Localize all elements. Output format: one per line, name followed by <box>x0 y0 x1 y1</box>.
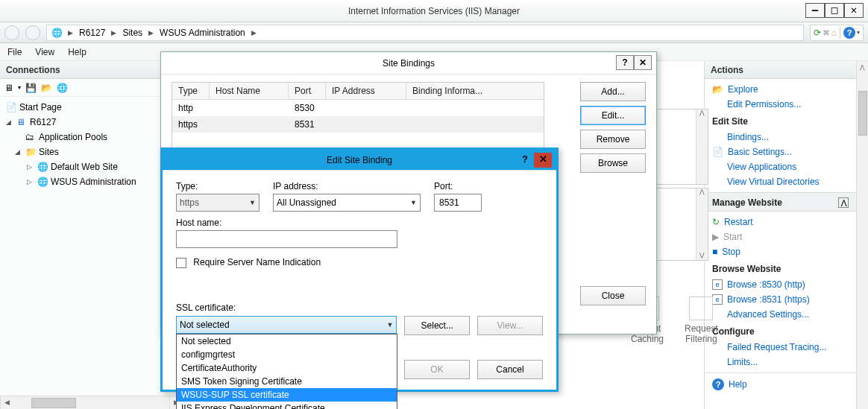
action-view-vdirs[interactable]: View Virtual Directories <box>705 174 856 189</box>
tree-server[interactable]: ◢🖥R6127 <box>4 115 178 130</box>
ssl-option[interactable]: Not selected <box>177 335 397 348</box>
port-input[interactable] <box>434 194 482 212</box>
tree-wsus-site[interactable]: ▷🌐WSUS Administration <box>4 174 178 189</box>
breadcrumb-sites[interactable]: Sites <box>122 28 142 38</box>
tree-start-page[interactable]: 📄Start Page <box>4 100 178 115</box>
host-input[interactable] <box>176 230 397 248</box>
edit-site-binding-dialog: Edit Site Binding ? ✕ Type: https▼ IP ad… <box>160 148 559 392</box>
save-icon[interactable]: 💾 <box>25 83 37 93</box>
action-view-apps[interactable]: View Applications <box>705 159 856 174</box>
breadcrumb[interactable]: 🌐 ▶ R6127 ▶ Sites ▶ WSUS Administration … <box>46 25 804 41</box>
dialog-close-button[interactable]: ✕ <box>634 55 652 70</box>
nav-back-button[interactable] <box>4 25 19 40</box>
dialog-help-button[interactable]: ? <box>516 153 534 168</box>
tree-default-site[interactable]: ▷🌐Default Web Site <box>4 159 178 174</box>
action-limits[interactable]: Limits... <box>705 355 856 370</box>
actions-header: Actions <box>705 61 856 79</box>
dialog-close-button[interactable]: ✕ <box>534 153 552 168</box>
menu-file[interactable]: File <box>7 47 22 57</box>
dialog-help-button[interactable]: ? <box>616 55 634 70</box>
section-browse-website: Browse Website <box>705 259 856 277</box>
home-icon[interactable]: ⌂ <box>831 28 837 38</box>
minimize-button[interactable]: — <box>805 3 825 18</box>
server-icon: 🌐 <box>51 28 62 38</box>
refresh-icon[interactable]: ⟳ <box>814 28 821 38</box>
action-basic-settings[interactable]: 📄Basic Settings... <box>705 145 856 159</box>
address-tools: ⟳ ✖ ⌂ ? ▾ <box>810 25 864 41</box>
tree-sites[interactable]: ◢📁Sites <box>4 145 178 159</box>
settings-icon: 📄 <box>712 147 723 157</box>
col-ip[interactable]: IP Address <box>326 83 406 99</box>
stop-icon: ■ <box>712 247 717 257</box>
col-host[interactable]: Host Name <box>210 83 289 99</box>
block-icon[interactable]: 🌐 <box>57 83 68 93</box>
remove-button[interactable]: Remove <box>580 130 646 149</box>
restart-icon: ↻ <box>712 217 720 227</box>
col-type[interactable]: Type <box>172 83 210 99</box>
menu-help[interactable]: Help <box>68 47 87 57</box>
sni-checkbox[interactable] <box>176 258 186 268</box>
chevron-right-icon: ▶ <box>68 29 73 37</box>
connections-toolbar: 🖥▾ 💾 📂 🌐 <box>0 79 183 97</box>
section-configure: Configure <box>705 322 856 340</box>
action-advanced-settings[interactable]: Advanced Settings... <box>705 307 856 322</box>
action-help[interactable]: ?Help <box>705 376 856 393</box>
connections-tree: 📄Start Page ◢🖥R6127 🗂Application Pools ◢… <box>0 97 183 396</box>
tree-app-pools[interactable]: 🗂Application Pools <box>4 130 178 145</box>
cancel-button[interactable]: Cancel <box>477 360 543 379</box>
action-edit-permissions[interactable]: Edit Permissions... <box>705 97 856 112</box>
ssl-dropdown-list: Not selected configmgrtest CertificateAu… <box>176 334 397 409</box>
edit-button[interactable]: Edit... <box>580 106 646 125</box>
section-edit-site: Edit Site <box>705 112 856 130</box>
window-title: Internet Information Services (IIS) Mana… <box>348 6 520 16</box>
help-icon[interactable]: ? <box>843 27 855 39</box>
breadcrumb-site[interactable]: WSUS Administration <box>160 28 245 38</box>
connections-panel: Connections 🖥▾ 💾 📂 🌐 📄Start Page ◢🖥R6127… <box>0 61 183 409</box>
ssl-option[interactable]: IIS Express Development Certificate <box>177 402 397 409</box>
address-bar: 🌐 ▶ R6127 ▶ Sites ▶ WSUS Administration … <box>0 22 868 43</box>
maximize-button[interactable]: □ <box>825 3 844 18</box>
sni-label: Require Server Name Indication <box>193 257 321 267</box>
ssl-select[interactable]: Not selected▼ Not selected configmgrtest… <box>176 316 397 334</box>
ssl-label: SSL certificate: <box>176 302 543 313</box>
action-stop[interactable]: ■Stop <box>705 244 856 259</box>
close-button[interactable]: ✕ <box>844 3 864 18</box>
action-browse-8531[interactable]: eBrowse :8531 (https) <box>705 292 856 307</box>
content-area: ⋀ tion gs ⋀⋁ ler ngs OutputCaching Reque… <box>183 61 704 409</box>
action-explore[interactable]: 📂Explore <box>705 82 856 97</box>
request-filtering-icon[interactable] <box>689 297 713 320</box>
ssl-option[interactable]: CertificateAuthority <box>177 361 397 375</box>
ssl-option[interactable]: WSUS-SUP SSL certificate <box>177 388 397 402</box>
binding-row[interactable]: http 8530 <box>172 100 544 116</box>
ssl-option[interactable]: configmgrtest <box>177 348 397 361</box>
stop-icon[interactable]: ✖ <box>823 28 830 38</box>
port-label: Port: <box>434 181 482 191</box>
help-icon: ? <box>712 378 724 390</box>
select-cert-button[interactable]: Select... <box>404 316 470 335</box>
menu-view[interactable]: View <box>35 47 54 57</box>
action-bindings[interactable]: Bindings... <box>705 130 856 145</box>
binding-row[interactable]: https 8531 <box>172 116 544 133</box>
connections-hscroll[interactable]: ◀ ▶ <box>0 396 183 409</box>
action-start[interactable]: ▶Start <box>705 229 856 244</box>
add-button[interactable]: Add... <box>580 82 646 101</box>
connections-header: Connections <box>0 61 183 79</box>
close-button[interactable]: Close <box>580 286 646 305</box>
actions-vscroll[interactable]: ⋀ <box>856 61 868 409</box>
nav-forward-button[interactable] <box>25 25 40 40</box>
folder-icon[interactable]: 📂 <box>41 83 52 93</box>
connect-icon[interactable]: 🖥 <box>4 83 13 93</box>
ssl-option[interactable]: SMS Token Signing Certificate <box>177 375 397 388</box>
chevron-right-icon: ▶ <box>148 29 154 37</box>
action-failed-request-tracing[interactable]: Failed Request Tracing... <box>705 340 856 355</box>
site-bindings-title: Site Bindings <box>383 58 435 69</box>
browse-button[interactable]: Browse <box>580 153 646 173</box>
breadcrumb-server[interactable]: R6127 <box>79 28 105 38</box>
col-port[interactable]: Port <box>289 83 326 99</box>
collapse-icon[interactable]: ⋀ <box>838 197 849 208</box>
section-manage-website: Manage Website⋀ <box>705 192 856 212</box>
ip-select[interactable]: All Unassigned▼ <box>273 194 421 212</box>
col-info[interactable]: Binding Informa... <box>406 83 533 99</box>
action-browse-8530[interactable]: eBrowse :8530 (http) <box>705 277 856 292</box>
action-restart[interactable]: ↻Restart <box>705 215 856 229</box>
